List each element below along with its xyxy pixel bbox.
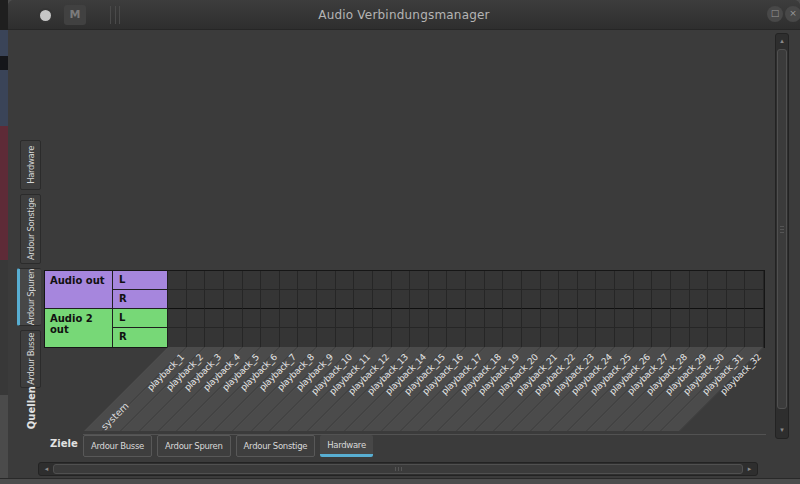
matrix-cell[interactable] (634, 290, 653, 309)
matrix-cell[interactable] (745, 328, 764, 347)
matrix-cell[interactable] (447, 271, 466, 290)
matrix-cell[interactable] (280, 309, 299, 328)
matrix-cell[interactable] (596, 328, 615, 347)
track-name[interactable]: Audio out (45, 271, 113, 309)
matrix-cell[interactable] (690, 309, 709, 328)
matrix-cell[interactable] (205, 271, 224, 290)
matrix-cell[interactable] (466, 309, 485, 328)
vertical-scrollbar[interactable]: ▴ ▾ (775, 33, 789, 439)
matrix-cell[interactable] (634, 309, 653, 328)
matrix-cell[interactable] (503, 328, 522, 347)
matrix-cell[interactable] (615, 328, 634, 347)
matrix-cell[interactable] (485, 309, 504, 328)
matrix-cell[interactable] (429, 328, 448, 347)
matrix-cell[interactable] (243, 328, 262, 347)
vertical-scrollbar-thumb[interactable] (777, 49, 787, 409)
matrix-cell[interactable] (261, 309, 280, 328)
matrix-cell[interactable] (187, 271, 206, 290)
channel-cell[interactable]: L (113, 309, 168, 328)
matrix-cell[interactable] (503, 290, 522, 309)
destination-tab-ardour-spuren[interactable]: Ardour Spuren (157, 435, 231, 457)
matrix-cell[interactable] (578, 309, 597, 328)
matrix-cell[interactable] (168, 309, 187, 328)
matrix-cell[interactable] (671, 328, 690, 347)
matrix-cell[interactable] (168, 328, 187, 347)
maximize-button[interactable]: □ (767, 6, 783, 22)
matrix-cell[interactable] (354, 290, 373, 309)
track-name[interactable]: Audio 2 out (45, 309, 113, 347)
matrix-cell[interactable] (354, 271, 373, 290)
matrix-cell[interactable] (727, 290, 746, 309)
destination-tab-ardour-sonstige[interactable]: Ardour Sonstige (236, 435, 316, 457)
matrix-cell[interactable] (298, 328, 317, 347)
matrix-cell[interactable] (727, 271, 746, 290)
matrix-cell[interactable] (261, 271, 280, 290)
destination-tab-hardware[interactable]: Hardware (320, 435, 373, 457)
matrix-cell[interactable] (485, 290, 504, 309)
matrix-cell[interactable] (466, 328, 485, 347)
source-tab-hardware[interactable]: Hardware (20, 140, 41, 190)
matrix-cell[interactable] (187, 328, 206, 347)
matrix-cell[interactable] (298, 290, 317, 309)
window-dot-icon[interactable] (40, 10, 51, 21)
matrix-cell[interactable] (243, 271, 262, 290)
channel-cell[interactable]: L (113, 271, 168, 290)
matrix-cell[interactable] (578, 328, 597, 347)
matrix-cell[interactable] (596, 290, 615, 309)
matrix-cell[interactable] (708, 271, 727, 290)
matrix-cell[interactable] (280, 290, 299, 309)
scroll-right-icon[interactable]: ▸ (744, 463, 755, 475)
matrix-cell[interactable] (224, 290, 243, 309)
source-tab-ardour-spuren[interactable]: Ardour Spuren (17, 268, 41, 326)
matrix-cell[interactable] (317, 290, 336, 309)
matrix-cell[interactable] (224, 328, 243, 347)
matrix-cell[interactable] (503, 271, 522, 290)
matrix-cell[interactable] (727, 328, 746, 347)
matrix-cell[interactable] (745, 309, 764, 328)
matrix-cell[interactable] (578, 271, 597, 290)
matrix-cell[interactable] (373, 328, 392, 347)
matrix-cell[interactable] (354, 309, 373, 328)
matrix-cell[interactable] (447, 328, 466, 347)
matrix-cell[interactable] (336, 290, 355, 309)
matrix-cell[interactable] (410, 309, 429, 328)
matrix-cell[interactable] (559, 290, 578, 309)
matrix-cell[interactable] (671, 290, 690, 309)
matrix-cell[interactable] (727, 309, 746, 328)
matrix-cell[interactable] (317, 309, 336, 328)
matrix-cell[interactable] (541, 309, 560, 328)
channel-cell[interactable]: R (113, 328, 168, 347)
matrix-cell[interactable] (243, 309, 262, 328)
matrix-cell[interactable] (671, 309, 690, 328)
matrix-cell[interactable] (541, 290, 560, 309)
matrix-cell[interactable] (466, 271, 485, 290)
matrix-cell[interactable] (596, 309, 615, 328)
matrix-cell[interactable] (652, 290, 671, 309)
horizontal-scrollbar[interactable]: ◂ ▸ (38, 462, 758, 476)
matrix-cell[interactable] (392, 271, 411, 290)
matrix-cell[interactable] (280, 271, 299, 290)
matrix-cell[interactable] (224, 309, 243, 328)
matrix-cell[interactable] (261, 290, 280, 309)
scroll-down-icon[interactable]: ▾ (776, 425, 788, 436)
matrix-cell[interactable] (317, 328, 336, 347)
matrix-cell[interactable] (745, 271, 764, 290)
matrix-cell[interactable] (410, 290, 429, 309)
matrix-cell[interactable] (690, 328, 709, 347)
matrix-cell[interactable] (596, 271, 615, 290)
matrix-cell[interactable] (615, 271, 634, 290)
matrix-cell[interactable] (652, 328, 671, 347)
matrix-cell[interactable] (634, 271, 653, 290)
matrix-cell[interactable] (522, 328, 541, 347)
matrix-cell[interactable] (429, 290, 448, 309)
matrix-cell[interactable] (708, 328, 727, 347)
channel-cell[interactable]: R (113, 290, 168, 309)
matrix-cell[interactable] (373, 290, 392, 309)
matrix-cell[interactable] (485, 328, 504, 347)
matrix-cell[interactable] (205, 309, 224, 328)
source-tab-ardour-busse[interactable]: Ardour Busse (20, 330, 41, 388)
matrix-cell[interactable] (485, 271, 504, 290)
window-menu-button[interactable]: M (64, 5, 86, 25)
matrix-cell[interactable] (429, 271, 448, 290)
matrix-cell[interactable] (615, 309, 634, 328)
